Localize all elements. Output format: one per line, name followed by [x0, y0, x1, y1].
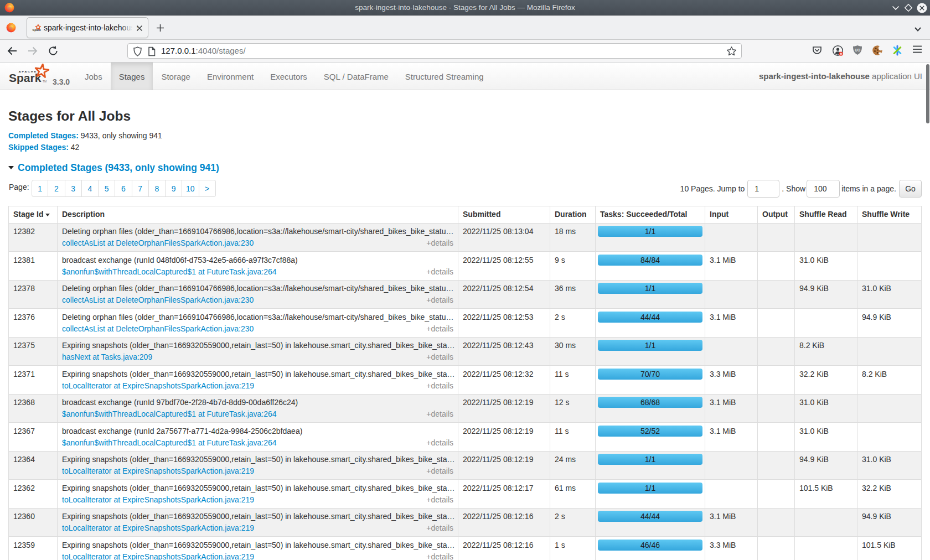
- svg-text:UO: UO: [855, 48, 860, 52]
